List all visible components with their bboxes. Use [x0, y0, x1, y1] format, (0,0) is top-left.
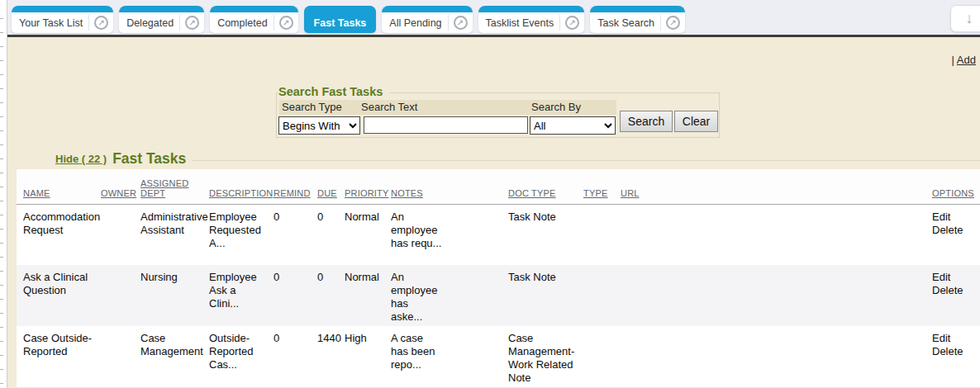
down-arrow-icon: ↓ [966, 10, 973, 27]
column-header-owner[interactable]: OWNER [101, 169, 140, 204]
notes-cell: An employee has requ... [391, 204, 508, 265]
hide-count-link[interactable]: Hide ( 22 ) [55, 153, 107, 165]
popout-icon[interactable]: ↗ [565, 16, 579, 30]
tab-label: Delegated [119, 17, 179, 29]
desc-cell: Outside-Reported Cas... [209, 326, 274, 387]
popout-icon[interactable]: ↗ [666, 16, 680, 30]
fast-tasks-table: NAMEOWNERASSIGNED DEPTDESCRIPTIONREMINDD… [17, 169, 980, 387]
scroll-down-button[interactable]: ↓ [950, 5, 980, 32]
edit-link[interactable]: Edit [932, 211, 973, 224]
notes-cell: A case has been repo... [391, 326, 508, 387]
remind-cell: 0 [274, 326, 317, 387]
column-header-desc[interactable]: DESCRIPTION [209, 169, 274, 204]
tab-your-task-list[interactable]: Your Task List ↗ [12, 6, 113, 33]
table-row: Accommodation RequestAdministrative Assi… [17, 204, 980, 265]
url-cell [621, 204, 932, 265]
task-table-body: Accommodation RequestAdministrative Assi… [17, 204, 980, 387]
tab-task-search[interactable]: Task Search ↗ [590, 6, 685, 33]
tab-label: Tasklist Events [478, 17, 560, 29]
url-cell [621, 265, 932, 326]
frame-resize-gutter[interactable] [0, 0, 7, 388]
doctype-cell: Task Note [508, 204, 583, 265]
type-cell [583, 265, 621, 326]
priority-cell: High [345, 326, 391, 387]
column-header-remind[interactable]: REMIND [274, 169, 317, 204]
notes-cell: An employee has aske... [391, 265, 508, 326]
tab-label: Your Task List [12, 17, 88, 29]
options-cell: EditDelete [932, 265, 980, 326]
due-cell: 0 [317, 265, 345, 326]
due-cell: 0 [317, 204, 345, 265]
tab-tasklist-events[interactable]: Tasklist Events ↗ [478, 6, 585, 33]
column-header-url[interactable]: URL [621, 169, 932, 204]
add-link[interactable]: Add [957, 54, 976, 66]
tab-label: All Pending [382, 17, 447, 29]
delete-link[interactable]: Delete [932, 224, 973, 237]
tab-separator [660, 15, 661, 31]
search-fast-tasks-panel: Search Fast Tasks Search Type Search Tex… [276, 92, 720, 138]
tab-label: Completed [210, 17, 273, 29]
search-type-select[interactable]: Begins With [278, 116, 360, 135]
type-cell [583, 326, 621, 387]
name-cell: Ask a Clinical Question [17, 265, 101, 326]
popout-icon[interactable]: ↗ [185, 16, 199, 30]
search-by-label: Search By [531, 101, 581, 113]
tab-completed[interactable]: Completed ↗ [210, 6, 297, 33]
desc-cell: Employee Requested A... [209, 204, 274, 265]
delete-link[interactable]: Delete [932, 284, 973, 297]
column-header-options[interactable]: OPTIONS [932, 169, 980, 204]
remind-cell: 0 [274, 265, 317, 326]
column-header-priority[interactable]: PRIORITY [345, 169, 391, 204]
search-labels-strip: Search Type Search Text Search By [279, 100, 616, 115]
options-cell: EditDelete [932, 204, 980, 265]
doctype-cell: Task Note [508, 265, 583, 326]
column-header-notes[interactable]: NOTES [391, 169, 508, 204]
delete-link[interactable]: Delete [932, 345, 973, 358]
tab-all-pending[interactable]: All Pending ↗ [382, 6, 472, 33]
content-area: | Add Search Fast Tasks Search Type Sear… [7, 37, 980, 388]
tab-separator [179, 15, 180, 31]
dept-cell: Nursing [140, 265, 209, 326]
add-bar: | Add [952, 54, 976, 66]
popout-icon[interactable]: ↗ [94, 16, 108, 30]
clear-button[interactable]: Clear [674, 111, 718, 132]
column-header-dept[interactable]: ASSIGNED DEPT [140, 169, 209, 204]
popout-icon[interactable]: ↗ [279, 16, 293, 30]
edit-link[interactable]: Edit [932, 271, 973, 284]
table-row: Case Outside-ReportedCase ManagementOuts… [17, 326, 980, 387]
tab-separator [448, 15, 449, 31]
name-cell: Case Outside-Reported [17, 326, 101, 387]
column-header-doctype[interactable]: DOC TYPE [508, 169, 583, 204]
priority-cell: Normal [345, 204, 391, 265]
search-text-input[interactable] [364, 116, 528, 134]
table-header-row: NAMEOWNERASSIGNED DEPTDESCRIPTIONREMINDD… [17, 169, 980, 204]
due-cell: 1440 [317, 326, 345, 387]
section-rule [193, 160, 980, 161]
desc-cell: Employee Ask a Clini... [209, 265, 274, 326]
tab-separator [88, 15, 89, 31]
type-cell [583, 204, 621, 265]
add-separator: | [952, 54, 954, 66]
tab-separator [274, 15, 274, 31]
search-panel-title: Search Fast Tasks [278, 85, 389, 98]
search-text-label: Search Text [361, 101, 417, 113]
search-by-select[interactable]: All [530, 116, 616, 135]
tab-fast-tasks[interactable]: Fast Tasks [304, 6, 377, 33]
dept-cell: Administrative Assistant [140, 204, 209, 265]
url-cell [621, 326, 932, 387]
owner-cell [101, 265, 140, 326]
search-button[interactable]: Search [620, 111, 673, 132]
page: Your Task List ↗ Delegated ↗ Completed ↗… [0, 0, 980, 388]
column-header-due[interactable]: DUE [317, 169, 345, 204]
tab-delegated[interactable]: Delegated ↗ [119, 6, 204, 33]
popout-icon[interactable]: ↗ [454, 16, 468, 30]
name-cell: Accommodation Request [17, 204, 101, 265]
tab-separator [559, 15, 560, 31]
column-header-type[interactable]: TYPE [583, 169, 621, 204]
tab-bar: Your Task List ↗ Delegated ↗ Completed ↗… [7, 0, 980, 35]
edit-link[interactable]: Edit [932, 332, 973, 345]
section-title: Fast Tasks [112, 150, 186, 168]
dept-cell: Case Management [140, 326, 209, 387]
column-header-name[interactable]: NAME [17, 169, 101, 204]
fast-tasks-section-header: Hide ( 22 ) Fast Tasks [55, 149, 980, 168]
